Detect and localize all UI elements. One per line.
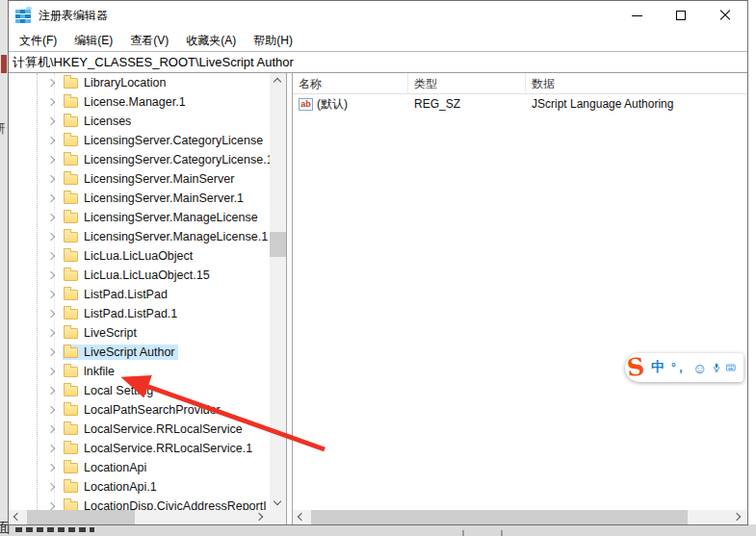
microphone-icon[interactable] xyxy=(714,360,719,375)
tree-horizontal-scrollbar[interactable] xyxy=(9,510,270,524)
tree-item-content[interactable]: LicLua.LicLuaObject xyxy=(63,248,196,264)
scrollbar-thumb[interactable] xyxy=(270,232,286,257)
expand-chevron-icon[interactable] xyxy=(47,117,56,126)
tree-item-livescript-author[interactable]: LiveScript Author xyxy=(9,343,270,362)
scroll-up-button[interactable] xyxy=(270,73,286,88)
expand-chevron-icon[interactable] xyxy=(47,233,56,242)
scroll-right-button[interactable] xyxy=(731,510,747,524)
sogou-logo-icon[interactable]: S xyxy=(626,354,646,381)
punctuation-icon[interactable]: °， xyxy=(671,360,686,376)
tree-item-licensingserver-categorylicense-1[interactable]: LicensingServer.CategoryLicense.1 xyxy=(9,150,270,169)
tree-item-content[interactable]: LibraryLocation xyxy=(63,75,169,90)
tree-item-licensingserver-managelicense-1[interactable]: LicensingServer.ManageLicense.1 xyxy=(9,227,270,246)
expand-chevron-icon[interactable] xyxy=(47,98,56,107)
tree-item-lnkfile[interactable]: lnkfile xyxy=(9,362,270,381)
tree-item-content[interactable]: ListPad.ListPad xyxy=(63,287,170,302)
tree-item-selected[interactable]: LiveScript Author xyxy=(63,345,178,360)
tree-item-localservice-rrlocalservice[interactable]: LocalService.RRLocalService xyxy=(9,420,270,439)
tree-item-content[interactable]: LocationApi.1 xyxy=(63,479,160,495)
tree-item-listpad-listpad[interactable]: ListPad.ListPad xyxy=(9,285,270,304)
tree-item-locationapi[interactable]: LocationApi xyxy=(9,458,270,477)
scrollbar-thumb[interactable] xyxy=(311,510,688,524)
tree-item-licenses[interactable]: Licenses xyxy=(9,112,270,131)
tree-item-local-setting[interactable]: Local Setting xyxy=(9,381,270,400)
expand-chevron-icon[interactable] xyxy=(47,502,56,511)
tree-item-content[interactable]: LocalService.RRLocalService xyxy=(63,421,246,437)
scroll-right-button[interactable] xyxy=(253,510,270,524)
address-input[interactable] xyxy=(9,52,747,72)
tree-item-content[interactable]: LicensingServer.MainServer.1 xyxy=(63,191,247,206)
tree-item-content[interactable]: LocationDisp.CivicAddressReportI xyxy=(63,498,270,510)
scrollbar-thumb[interactable] xyxy=(27,510,135,524)
menu-item[interactable]: 查看(V) xyxy=(121,30,177,52)
tree-item-license-manager-1[interactable]: License.Manager.1 xyxy=(9,92,270,112)
value-row[interactable]: ab(默认)REG_SZJScript Language Authoring xyxy=(293,94,747,114)
tree-item-livescript[interactable]: LiveScript xyxy=(9,323,270,343)
minimize-button[interactable] xyxy=(614,1,659,30)
tree-item-content[interactable]: ListPad.ListPad.1 xyxy=(63,306,180,321)
tree-item-content[interactable]: License.Manager.1 xyxy=(63,94,189,110)
expand-chevron-icon[interactable] xyxy=(47,464,56,472)
expand-chevron-icon[interactable] xyxy=(47,156,56,165)
expand-chevron-icon[interactable] xyxy=(47,329,56,338)
expand-chevron-icon[interactable] xyxy=(47,271,56,280)
expand-chevron-icon[interactable] xyxy=(47,291,56,299)
tree-item-licensingserver-categorylicense[interactable]: LicensingServer.CategoryLicense xyxy=(9,131,270,150)
expand-chevron-icon[interactable] xyxy=(47,387,56,396)
menu-item[interactable]: 帮助(H) xyxy=(245,30,301,52)
expand-chevron-icon[interactable] xyxy=(47,79,56,88)
tree-item-content[interactable]: LicLua.LicLuaObject.15 xyxy=(63,268,213,283)
tree-item-liclua-licluaobject[interactable]: LicLua.LicLuaObject xyxy=(9,246,270,266)
tree-item-localservice-rrlocalservice-1[interactable]: LocalService.RRLocalService.1 xyxy=(9,439,270,458)
tree-item-content[interactable]: LocationApi xyxy=(63,460,149,475)
expand-chevron-icon[interactable] xyxy=(47,137,56,145)
tree-item-licensingserver-managelicense[interactable]: LicensingServer.ManageLicense xyxy=(9,208,270,227)
tree-item-content[interactable]: LicensingServer.ManageLicense xyxy=(63,210,261,225)
tree-item-localpathsearchprovider[interactable]: LocalPathSearchProvider xyxy=(9,400,270,420)
tree-item-licensingserver-mainserver[interactable]: LicensingServer.MainServer xyxy=(9,169,270,189)
expand-chevron-icon[interactable] xyxy=(47,194,56,203)
tree-item-licensingserver-mainserver-1[interactable]: LicensingServer.MainServer.1 xyxy=(9,189,270,208)
menu-item[interactable]: 编辑(E) xyxy=(65,30,121,52)
tree-item-content[interactable]: LicensingServer.MainServer xyxy=(63,171,237,187)
tree-item-liclua-licluaobject-15[interactable]: LicLua.LicLuaObject.15 xyxy=(9,266,270,285)
tree-item-librarylocation[interactable]: LibraryLocation xyxy=(9,73,270,92)
tree-item-listpad-listpad-1[interactable]: ListPad.ListPad.1 xyxy=(9,304,270,323)
values-horizontal-scrollbar[interactable] xyxy=(293,510,747,524)
keyboard-icon[interactable] xyxy=(726,362,736,373)
tree-vertical-scrollbar[interactable] xyxy=(270,73,286,510)
scroll-left-button[interactable] xyxy=(9,510,25,524)
expand-chevron-icon[interactable] xyxy=(47,445,56,453)
tree-item-content[interactable]: LocalPathSearchProvider xyxy=(63,402,223,418)
tree-item-content[interactable]: Licenses xyxy=(63,114,134,129)
chinese-mode-icon[interactable]: 中 xyxy=(651,359,665,376)
scroll-left-button[interactable] xyxy=(293,510,309,524)
expand-chevron-icon[interactable] xyxy=(47,252,56,261)
expand-chevron-icon[interactable] xyxy=(47,368,56,376)
tree-item-locationapi-1[interactable]: LocationApi.1 xyxy=(9,477,270,497)
column-header-data[interactable]: 数据 xyxy=(526,73,747,94)
column-header-type[interactable]: 类型 xyxy=(408,73,526,94)
emoji-icon[interactable]: ☺ xyxy=(692,361,707,375)
pane-splitter[interactable] xyxy=(286,73,293,524)
tree-item-content[interactable]: LiveScript xyxy=(63,325,140,341)
tree-item-content[interactable]: LicensingServer.CategoryLicense xyxy=(63,133,266,148)
expand-chevron-icon[interactable] xyxy=(47,175,56,184)
menu-item[interactable]: 收藏夹(A) xyxy=(177,30,245,52)
tree-item-content[interactable]: LicensingServer.CategoryLicense.1 xyxy=(63,152,270,167)
expand-chevron-icon[interactable] xyxy=(47,406,56,415)
expand-chevron-icon[interactable] xyxy=(47,214,56,222)
menu-item[interactable]: 文件(F) xyxy=(11,30,65,52)
scroll-down-button[interactable] xyxy=(270,496,286,510)
expand-chevron-icon[interactable] xyxy=(47,425,56,434)
tree-item-content[interactable]: LocalService.RRLocalService.1 xyxy=(63,441,255,456)
expand-chevron-icon[interactable] xyxy=(47,483,56,492)
tree-item-content[interactable]: Local Setting xyxy=(63,383,156,398)
expand-chevron-icon[interactable] xyxy=(47,310,56,319)
tree-item-locationdisp-civicaddressreporti[interactable]: LocationDisp.CivicAddressReportI xyxy=(9,497,270,510)
maximize-button[interactable] xyxy=(659,1,703,30)
tree-item-content[interactable]: lnkfile xyxy=(63,364,117,379)
close-button[interactable] xyxy=(703,1,747,30)
expand-chevron-icon[interactable] xyxy=(47,348,56,357)
column-header-name[interactable]: 名称 xyxy=(293,73,408,94)
